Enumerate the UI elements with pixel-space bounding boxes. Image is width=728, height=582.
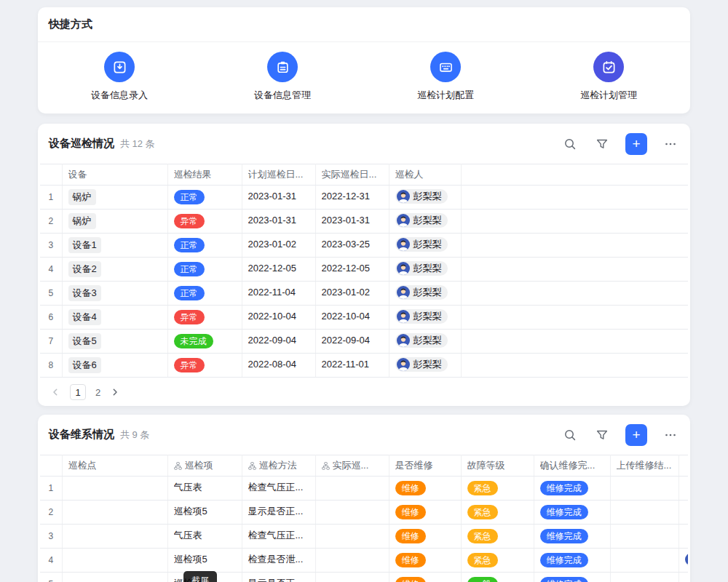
column-header-extra: [461, 164, 688, 186]
cell-device: 设备1: [62, 234, 167, 258]
search-icon[interactable]: [561, 135, 579, 153]
cell-actual: 2022-09-04: [315, 330, 389, 354]
page-button-2[interactable]: 2: [95, 387, 100, 398]
shortcut-item-2[interactable]: 设备信息管理: [201, 52, 364, 102]
shortcut-item-1[interactable]: 设备信息录入: [38, 52, 201, 102]
row-number: 8: [40, 354, 62, 378]
cell-actual: 2023-01-02: [315, 282, 389, 306]
person-chip: 彭梨梨: [395, 285, 448, 300]
column-header-confirm: 确认维修完...: [534, 455, 610, 477]
shortcut-label: 设备信息录入: [91, 89, 148, 102]
status-badge: 维修: [395, 481, 426, 495]
text-chip: 锅炉: [68, 189, 96, 205]
cell-extra: [678, 525, 688, 549]
maintenance-header: 设备维系情况 共 9 条 +: [38, 415, 690, 455]
cell-repair: 维修: [389, 477, 461, 501]
status-badge: 未完成: [174, 334, 213, 348]
status-badge: 正常: [174, 262, 205, 276]
cell-planned: 2023-01-31: [242, 210, 315, 234]
shortcut-item-4[interactable]: 巡检计划管理: [527, 52, 690, 102]
search-icon[interactable]: [561, 426, 579, 444]
column-header-method: 巡检方法: [242, 455, 315, 477]
inspection-header: 设备巡检情况 共 12 条 +: [38, 124, 690, 164]
row-number-header: [40, 164, 62, 186]
inspection-card: 设备巡检情况 共 12 条 + 设备巡检结果计划巡检日...实际巡检日...巡检…: [38, 124, 690, 406]
more-icon[interactable]: [662, 426, 679, 444]
column-header-upload: 上传维修结...: [610, 455, 678, 477]
cell-device: 设备4: [62, 306, 167, 330]
cell-text: 气压表: [174, 481, 202, 494]
cell-text: 检查气压正...: [248, 529, 304, 542]
cell-fault: 一般: [461, 573, 534, 582]
column-header-extra: 维: [678, 455, 688, 477]
shortcut-item-3[interactable]: 巡检计划配置: [364, 52, 527, 102]
cell-extra: [678, 573, 688, 582]
cell-actual: [315, 549, 389, 573]
avatar: [685, 553, 689, 566]
status-badge: 异常: [174, 310, 205, 324]
cell-result: 未完成: [167, 330, 242, 354]
inspection-table: 设备巡检结果计划巡检日...实际巡检日...巡检人1锅炉正常2023-01-31…: [40, 164, 688, 378]
row-number: 2: [40, 501, 62, 525]
cell-text: 2022-08-04: [248, 359, 297, 370]
table-row: 8设备6异常2022-08-042022-11-01彭梨梨: [40, 354, 688, 378]
cell-actual: 2022-12-05: [315, 258, 389, 282]
status-badge: 紧急: [467, 481, 498, 495]
cell-planned: 2022-12-05: [242, 258, 315, 282]
cell-text: 2022-09-04: [248, 335, 297, 346]
cell-upload: [610, 549, 678, 573]
cell-result: 异常: [167, 354, 242, 378]
screenshot-tooltip: 截屏: [183, 571, 217, 582]
cell-extra: [461, 330, 688, 354]
cell-planned: 2023-01-02: [242, 234, 315, 258]
filter-icon[interactable]: [593, 135, 611, 153]
status-badge: 紧急: [467, 505, 498, 519]
cell-actual: [315, 501, 389, 525]
cell-point: [62, 477, 167, 501]
cell-point: [62, 501, 167, 525]
page-button-1[interactable]: 1: [70, 384, 86, 400]
cell-text: 2023-01-31: [248, 215, 297, 226]
cell-confirm: 维修完成: [534, 549, 610, 573]
person-chip: 彭梨梨: [395, 237, 448, 252]
status-badge: 维修完成: [540, 577, 588, 582]
cell-result: 异常: [167, 306, 242, 330]
status-badge: 维修完成: [540, 529, 588, 543]
cell-fault: 紧急: [461, 501, 534, 525]
shortcut-label: 巡检计划管理: [580, 89, 637, 102]
column-header-inspector: 巡检人: [389, 164, 461, 186]
cell-method: 检查是否泄...: [242, 549, 315, 573]
cell-result: 正常: [167, 282, 242, 306]
cell-confirm: 维修完成: [534, 501, 610, 525]
cell-repair: 维修: [389, 525, 461, 549]
add-record-button[interactable]: +: [625, 133, 647, 155]
cell-text: 2022-12-05: [322, 263, 371, 274]
cell-text: 2022-12-31: [322, 191, 371, 202]
cell-device: 设备6: [62, 354, 167, 378]
more-icon[interactable]: [662, 135, 679, 153]
table-row: 5设备3正常2022-11-042023-01-02彭梨梨: [40, 282, 688, 306]
shortcut-label: 设备信息管理: [254, 89, 311, 102]
table-row: 4巡检项5检查是否泄...维修紧急维修完成: [40, 549, 688, 573]
text-chip: 设备4: [68, 309, 101, 325]
avatar: [397, 334, 410, 347]
status-badge: 正常: [174, 238, 205, 252]
filter-icon[interactable]: [593, 426, 611, 444]
cell-fault: 紧急: [461, 525, 534, 549]
plan-config-icon: [430, 52, 461, 82]
cell-text: 2023-01-31: [322, 215, 371, 226]
cell-planned: 2022-09-04: [242, 330, 315, 354]
table-row: 4设备2正常2022-12-052022-12-05彭梨梨: [40, 258, 688, 282]
cell-actual: 2023-01-31: [315, 210, 389, 234]
avatar: [397, 190, 410, 203]
column-header-fault: 故障等级: [461, 455, 534, 477]
text-chip: 设备5: [68, 333, 101, 349]
text-chip: 设备3: [68, 285, 101, 301]
cell-method: 显示是否正...: [242, 573, 315, 582]
person-chip: 彭梨梨: [395, 309, 448, 324]
cell-text: 检查气压正...: [248, 481, 304, 494]
prev-page-icon[interactable]: [50, 387, 60, 397]
add-record-button[interactable]: +: [625, 424, 647, 446]
next-page-icon[interactable]: [110, 387, 120, 397]
cell-text: 检查是否泄...: [248, 553, 304, 566]
